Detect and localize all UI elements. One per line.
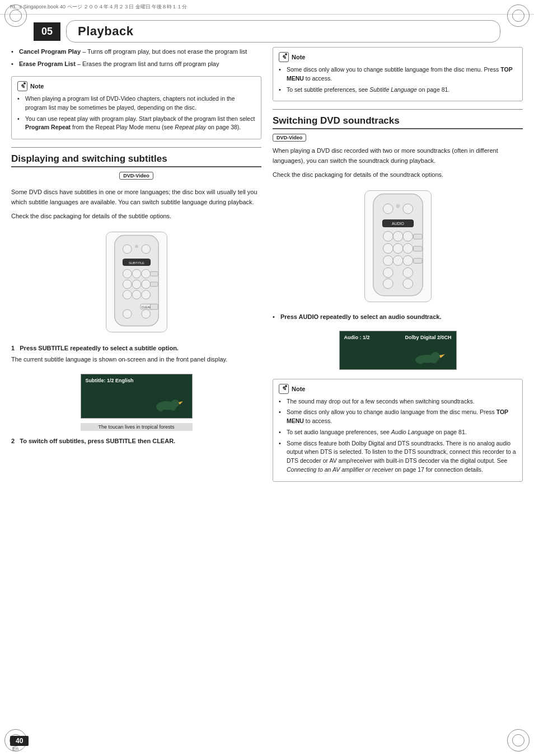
- svg-point-7: [132, 269, 141, 278]
- bird-svg-1: [149, 391, 183, 416]
- bullet-rest-cancel: – Turns off program play, but does not e…: [82, 48, 247, 55]
- note-title-bottom: Note: [292, 386, 305, 392]
- note-box-top: ✎ Note Some discs only allow you to chan…: [273, 47, 523, 101]
- audio-display: Audio : 1/2 Dolby Digital 2/0CH: [339, 331, 457, 370]
- note-item-top-1: Some discs only allow you to change subt…: [279, 65, 517, 83]
- section2-para2: Check the disc packaging for details of …: [273, 170, 523, 180]
- note-item-bottom-3: To set audio language preferences, see A…: [279, 428, 517, 437]
- page-number: 40: [10, 736, 29, 746]
- screen1-caption: The toucan lives in tropical forests: [81, 423, 193, 431]
- audio-text2: Dolby Digital 2/0CH: [405, 335, 451, 340]
- bullet-item-erase: Erase Program List – Erases the program …: [11, 59, 261, 69]
- section1-heading: Displaying and switching subtitles: [11, 153, 261, 167]
- svg-point-12: [141, 280, 150, 289]
- bullet-bold-cancel: Cancel Program Play: [19, 48, 81, 55]
- section1-para2: Check the disc packaging for details of …: [11, 212, 261, 222]
- note-item-1-1: When playing a program list of DVD-Video…: [17, 95, 255, 112]
- note-item-bottom-4: Some discs feature both Dolby Digital an…: [279, 439, 517, 475]
- note-title-1: Note: [30, 83, 44, 90]
- svg-rect-13: [150, 282, 158, 287]
- note-header-bottom: ✎ Note: [279, 384, 517, 394]
- note-item-bottom-1: The sound may drop out for a few seconds…: [279, 397, 517, 406]
- page-wrapper: RL_s Singapore.book 40 ページ ２００４年４月２３日 金曜…: [0, 0, 534, 756]
- svg-point-6: [123, 269, 132, 278]
- bullet-list: Cancel Program Play – Turns off program …: [11, 47, 261, 68]
- section2-heading: Switching DVD soundtracks: [273, 115, 523, 129]
- svg-marker-51: [439, 354, 445, 358]
- press-instruction: Press AUDIO repeatedly to select an audi…: [273, 312, 523, 322]
- svg-point-53: [427, 363, 435, 366]
- note-item-bottom-2: Some discs only allow you to change audi…: [279, 408, 517, 426]
- section2-badge-wrap: DVD-Video: [273, 134, 523, 146]
- corner-tl: [4, 4, 27, 27]
- svg-point-10: [123, 280, 132, 289]
- audio-text1: Audio : 1/2: [344, 335, 370, 340]
- svg-rect-44: [413, 259, 422, 264]
- header-bar: RL_s Singapore.book 40 ページ ２００４年４月２３日 金曜…: [0, 0, 534, 15]
- audio-display-wrap: Audio : 1/2 Dolby Digital 2/0CH: [273, 326, 523, 374]
- page-lang: En: [12, 746, 18, 752]
- note-icon-bottom: ✎: [279, 384, 289, 394]
- right-column: ✎ Note Some discs only allow you to chan…: [273, 47, 523, 490]
- svg-point-28: [383, 204, 393, 214]
- bird-svg-2: [409, 344, 445, 368]
- main-content: Cancel Program Play – Turns off program …: [0, 47, 534, 501]
- svg-text:CLEAR: CLEAR: [141, 305, 151, 308]
- svg-rect-9: [150, 271, 158, 276]
- svg-point-11: [132, 280, 141, 289]
- screen1-container: Subtitle: 1/2 English The toucan lives i…: [81, 369, 193, 431]
- svg-rect-36: [413, 234, 422, 239]
- note-box-1: ✎ Note When playing a program list of DV…: [11, 76, 261, 139]
- page-title: Playback: [78, 24, 133, 39]
- svg-point-43: [402, 256, 413, 266]
- note-title-top: Note: [292, 54, 305, 60]
- bullet-bold-erase: Erase Program List: [19, 60, 76, 67]
- section1-badge-wrap: DVD-Video: [11, 172, 261, 183]
- step1-label: 1 Press SUBTITLE repeatedly to select a …: [11, 344, 261, 353]
- bullet-item-cancel: Cancel Program Play – Turns off program …: [11, 47, 261, 57]
- note-list-1: When playing a program list of DVD-Video…: [17, 95, 255, 132]
- audio-display-container: Audio : 1/2 Dolby Digital 2/0CH: [339, 326, 457, 374]
- svg-point-34: [393, 231, 403, 241]
- svg-point-46: [402, 267, 413, 278]
- corner-tr: [507, 4, 530, 27]
- remote-img-right: AUDIO: [364, 190, 432, 302]
- section2-divider: [273, 109, 523, 110]
- svg-point-14: [123, 290, 132, 299]
- svg-point-39: [402, 243, 413, 253]
- svg-point-37: [383, 243, 393, 253]
- note-box-bottom: ✎ Note The sound may drop out for a few …: [273, 379, 523, 482]
- svg-point-38: [393, 243, 403, 253]
- section2-para1: When playing a DVD disc recorded with tw…: [273, 146, 523, 166]
- svg-point-41: [383, 256, 393, 266]
- svg-point-20: [123, 309, 132, 318]
- svg-text:SUBTITLE: SUBTITLE: [128, 261, 144, 265]
- svg-point-16: [141, 290, 150, 299]
- corner-br: [507, 729, 530, 752]
- svg-rect-19: [150, 304, 158, 309]
- svg-point-26: [166, 410, 173, 413]
- screen1-text: Subtitle: 1/2 English: [86, 378, 134, 383]
- remote-svg-right: AUDIO: [365, 191, 431, 302]
- remote-img-right-wrap: AUDIO: [273, 185, 523, 308]
- svg-point-33: [383, 231, 393, 241]
- svg-point-35: [402, 231, 413, 241]
- svg-point-3: [135, 245, 138, 248]
- svg-marker-24: [179, 401, 183, 405]
- section1-divider: [11, 147, 261, 148]
- svg-point-42: [393, 256, 403, 266]
- svg-point-15: [132, 290, 141, 299]
- screen1-wrap: Subtitle: 1/2 English The toucan lives i…: [11, 369, 261, 431]
- section2-badge: DVD-Video: [273, 134, 306, 142]
- note-header-1: ✎ Note: [17, 81, 255, 91]
- svg-text:AUDIO: AUDIO: [392, 222, 404, 226]
- svg-point-30: [396, 204, 400, 208]
- header-meta: RL_s Singapore.book 40 ページ ２００４年４月２３日 金曜…: [10, 3, 524, 11]
- svg-point-29: [402, 204, 413, 214]
- note-list-top: Some discs only allow you to change subt…: [279, 65, 517, 94]
- left-column: Cancel Program Play – Turns off program …: [11, 47, 261, 490]
- remote-img-left: SUBTITLE: [106, 232, 167, 332]
- chapter-title-bar: Playback: [66, 20, 500, 43]
- svg-point-2: [141, 245, 150, 253]
- screen1-img: Subtitle: 1/2 English: [81, 374, 193, 419]
